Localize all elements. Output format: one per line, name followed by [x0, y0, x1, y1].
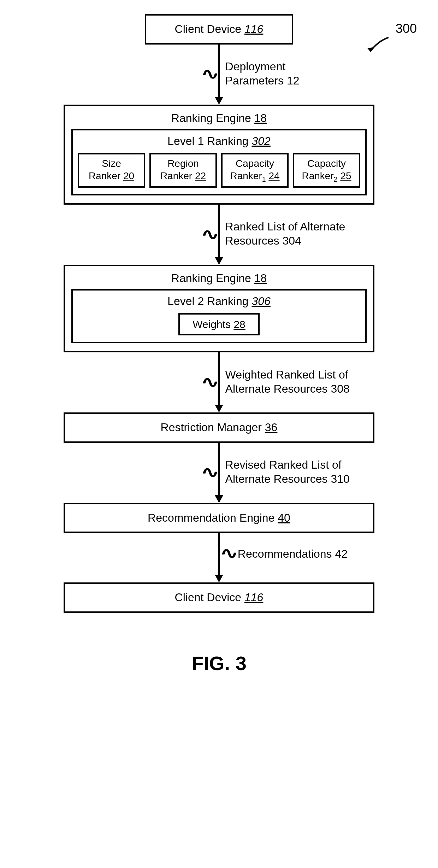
- box-weights: Weights 28: [178, 313, 260, 335]
- arrow-recommendations: ∿ Recommendations 42: [64, 533, 374, 582]
- arrow-weighted-list: ∿ Weighted Ranked List of Alternate Reso…: [64, 352, 374, 412]
- box-client-device-top: Client Device 116: [145, 14, 293, 45]
- client-top-label: Client Device: [175, 23, 242, 35]
- svg-marker-8: [215, 495, 223, 503]
- ranking1-title: Ranking Engine 18: [71, 111, 367, 126]
- tilde-icon: ∿: [201, 65, 219, 83]
- tilde-icon: ∿: [201, 373, 219, 391]
- box-level2-ranking: Level 2 Ranking 306 Weights 28: [71, 289, 367, 343]
- box-ranking-engine-1: Ranking Engine 18 Level 1 Ranking 302 Si…: [64, 105, 374, 205]
- arrow3-label: Weighted Ranked List of Alternate Resour…: [225, 368, 350, 396]
- tilde-icon: ∿: [201, 463, 219, 481]
- client-top-ref: 116: [244, 23, 263, 35]
- level1-title: Level 1 Ranking 302: [78, 134, 360, 149]
- arrow-revised-list: ∿ Revised Ranked List of Alternate Resou…: [64, 443, 374, 503]
- ranker-row: Size Ranker 20 Region Ranker 22 Capacity…: [78, 153, 360, 188]
- arrow4-label: Revised Ranked List of Alternate Resourc…: [225, 458, 350, 486]
- box-client-device-bottom: Client Device 116: [64, 582, 374, 613]
- tilde-icon: ∿: [201, 225, 219, 243]
- figure-callout: 300: [396, 21, 417, 36]
- box-capacity-ranker-1: Capacity Ranker1 24: [221, 153, 289, 188]
- box-recommendation-engine: Recommendation Engine 40: [64, 503, 374, 533]
- box-capacity-ranker-2: Capacity Ranker2 25: [293, 153, 360, 188]
- level2-title: Level 2 Ranking 306: [78, 294, 360, 309]
- svg-marker-10: [215, 575, 223, 582]
- box-restriction-manager: Restriction Manager 36: [64, 412, 374, 443]
- box-ranking-engine-2: Ranking Engine 18 Level 2 Ranking 306 We…: [64, 265, 374, 352]
- tilde-icon: ∿: [220, 544, 238, 562]
- svg-marker-4: [215, 257, 223, 265]
- svg-marker-6: [215, 405, 223, 412]
- box-size-ranker: Size Ranker 20: [78, 153, 145, 188]
- flowchart-container: 300 Client Device 116 ∿ Deployment Param…: [7, 14, 431, 675]
- box-region-ranker: Region Ranker 22: [149, 153, 217, 188]
- arrow-deployment-params: ∿ Deployment Parameters 12: [64, 45, 374, 105]
- arrow2-label: Ranked List of Alternate Resources 304: [225, 219, 345, 248]
- figure-label: FIG. 3: [191, 652, 247, 675]
- arrow5-label: Recommendations 42: [238, 547, 348, 561]
- arrow-ranked-list: ∿ Ranked List of Alternate Resources 304: [64, 205, 374, 265]
- arrow1-label: Deployment Parameters 12: [225, 59, 300, 88]
- ranking2-title: Ranking Engine 18: [71, 271, 367, 286]
- svg-marker-2: [215, 97, 223, 105]
- box-level1-ranking: Level 1 Ranking 302 Size Ranker 20 Regio…: [71, 129, 367, 195]
